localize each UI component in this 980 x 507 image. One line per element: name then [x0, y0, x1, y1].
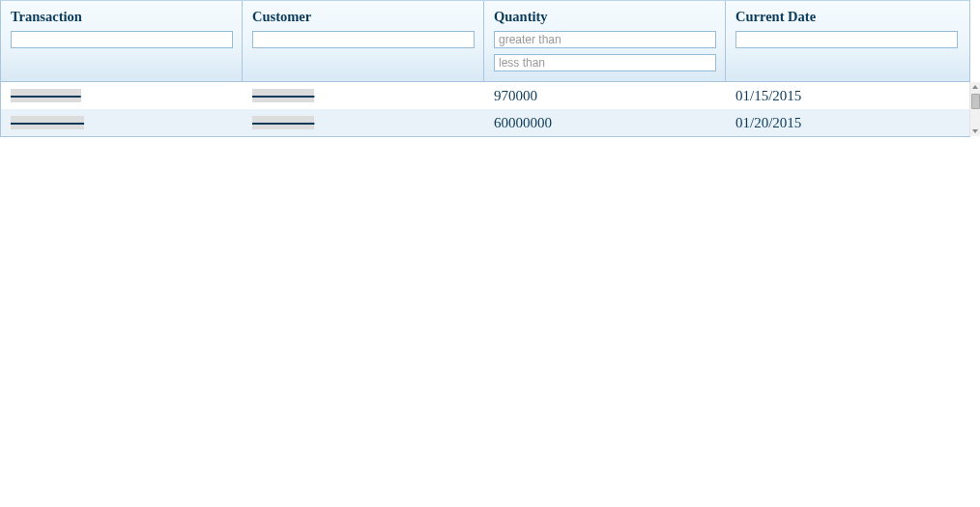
- column-header-current-date[interactable]: Current Date: [726, 1, 969, 81]
- cell-customer: RR57Q60: [243, 89, 484, 102]
- column-header-customer[interactable]: Customer: [243, 1, 484, 81]
- redacted-value: RR47Q60: [252, 116, 314, 129]
- column-label: Customer: [252, 9, 474, 25]
- redacted-value: RR57Q60: [252, 89, 314, 102]
- redacted-value: GG34VW0: [11, 89, 81, 102]
- filter-input-transaction[interactable]: [11, 31, 233, 48]
- vertical-scrollbar[interactable]: [969, 82, 980, 136]
- cell-quantity: 60000000: [484, 115, 726, 131]
- cell-current-date: 01/15/2015: [726, 88, 969, 104]
- cell-customer: RR47Q60: [243, 116, 484, 129]
- cell-transaction: GG34VW0: [1, 89, 243, 102]
- filter-input-customer[interactable]: [252, 31, 475, 48]
- table-row[interactable]: GG32WW0 RR47Q60 60000000 01/20/2015: [1, 109, 969, 136]
- column-label: Current Date: [735, 9, 960, 25]
- column-header-quantity[interactable]: Quantity: [484, 1, 726, 81]
- column-label: Transaction: [11, 9, 232, 25]
- redacted-value: GG32WW0: [11, 116, 84, 129]
- column-header-transaction[interactable]: Transaction: [1, 1, 243, 81]
- scroll-thumb[interactable]: [971, 94, 980, 109]
- grid-header-row: Transaction Customer Quantity Current Da…: [1, 1, 969, 82]
- cell-quantity: 970000: [484, 88, 726, 104]
- scroll-down-icon[interactable]: [972, 129, 978, 133]
- grid-body: GG34VW0 RR57Q60 970000 01/15/2015 GG32WW…: [1, 82, 969, 136]
- filter-input-quantity-lt[interactable]: [494, 54, 716, 71]
- filter-input-current-date[interactable]: [735, 31, 958, 48]
- cell-transaction: GG32WW0: [1, 116, 243, 129]
- column-label: Quantity: [494, 9, 715, 25]
- table-row[interactable]: GG34VW0 RR57Q60 970000 01/15/2015: [1, 82, 969, 109]
- data-grid: Transaction Customer Quantity Current Da…: [0, 0, 970, 137]
- cell-current-date: 01/20/2015: [726, 115, 969, 131]
- filter-input-quantity-gt[interactable]: [494, 31, 716, 48]
- scroll-up-icon[interactable]: [972, 85, 978, 89]
